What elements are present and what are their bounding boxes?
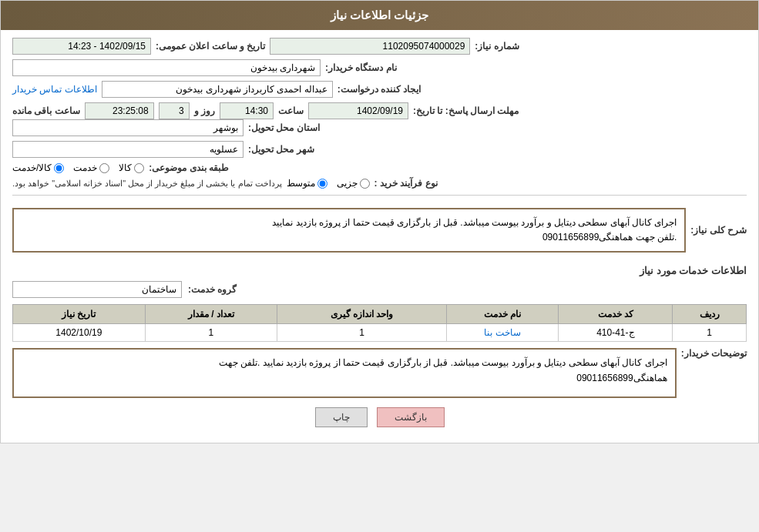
table-row: 1 ج-41-410 ساخت بنا 1 1 1402/10/19 [13,324,747,342]
col-header-name: نام خدمت [446,305,559,324]
divider-1 [12,195,747,196]
deadline-time-label: ساعت [278,105,304,116]
announce-date-input [12,38,151,55]
page-title: جزئیات اطلاعات نیاز [1,1,758,30]
desc-section-title: شرح کلی نیاز: [690,225,747,236]
category-radio-kala[interactable] [134,163,144,173]
deadline-day-label: روز و [194,105,215,116]
category-label: طبقه بندی موضوعی: [149,162,229,173]
cell-date: 1402/10/19 [13,324,146,342]
deadline-remain-time-input [85,102,154,119]
buyer-desc-row: توضیحات خریدار: اجرای کانال آبهای سطحی د… [12,348,747,398]
need-number-input[interactable] [270,38,470,55]
city-input [12,141,243,158]
process-note: پرداخت تمام یا بخشی از مبلغ خریدار از مح… [12,179,282,189]
province-label: استان محل تحویل: [248,122,320,133]
page-wrapper: جزئیات اطلاعات نیاز شماره نیاز: تاریخ و … [0,0,759,443]
category-radio-khedmat[interactable] [99,163,109,173]
city-row: شهر محل تحویل: [12,141,747,158]
category-radio-kala-khedmat[interactable] [54,163,64,173]
process-radio-jozi[interactable] [360,179,370,189]
category-option-2[interactable]: خدمت [73,162,109,173]
deadline-row: مهلت ارسال پاسخ: تا تاریخ: ساعت روز و سا… [12,102,747,119]
buyer-desc-text-2: هماهنگی09011656899 [576,373,667,383]
creator-label: ایجاد کننده درخواست: [338,84,421,95]
buyer-desc-box: اجرای کانال آبهای سطحی دیتایل و برآورد ب… [12,348,677,398]
category-option-1[interactable]: کالا [119,162,144,173]
services-table: ردیف کد خدمت نام خدمت واحد اندازه گیری ت… [12,304,747,342]
services-table-wrapper: ردیف کد خدمت نام خدمت واحد اندازه گیری ت… [12,304,747,342]
buttons-row: بازگشت چاپ [12,407,747,427]
col-header-rownum: ردیف [673,305,747,324]
services-section-title: اطلاعات خدمات مورد نیاز [12,265,747,276]
process-label-motavasset: متوسط [287,178,315,189]
buyer-name-row: نام دستگاه خریدار: [12,59,747,76]
process-option-1[interactable]: جزیی [337,178,370,189]
category-label-khedmat: خدمت [73,162,97,173]
category-label-kala-khedmat: کالا/خدمت [12,162,52,173]
deadline-time-input [220,102,274,119]
cell-code: ج-41-410 [559,324,673,342]
buyer-desc-text-1: اجرای کانال آبهای سطحی دیتایل و برآورد ب… [219,357,667,368]
need-number-row: شماره نیاز: تاریخ و ساعت اعلان عمومی: [12,38,747,55]
category-row: طبقه بندی موضوعی: کالا خدمت کالا/خدمت [12,162,747,173]
cell-qty: 1 [145,324,277,342]
col-header-unit: واحد اندازه گیری [277,305,447,324]
main-content: شماره نیاز: تاریخ و ساعت اعلان عمومی: نا… [1,30,758,443]
desc-section-row: شرح کلی نیاز: اجرای کانال آبهای سطحی دیت… [12,202,747,259]
print-button[interactable]: چاپ [315,407,368,427]
process-row: نوع فرآیند خرید : جزیی متوسط پرداخت تمام… [12,178,747,189]
buyer-name-label: نام دستگاه خریدار: [325,62,397,73]
cell-name[interactable]: ساخت بنا [446,324,559,342]
process-radio-group: جزیی متوسط [287,178,370,189]
deadline-days-input [159,102,190,119]
back-button[interactable]: بازگشت [377,407,445,427]
desc-text-2: .تلفن جهت هماهنگی09011656899 [542,232,677,243]
contact-link[interactable]: اطلاعات تماس خریدار [12,84,97,95]
category-radio-group: کالا خدمت کالا/خدمت [12,162,144,173]
announce-date-label: تاریخ و ساعت اعلان عمومی: [156,41,265,52]
cell-unit: 1 [277,324,447,342]
creator-row: ایجاد کننده درخواست: اطلاعات تماس خریدار [12,81,747,98]
process-label: نوع فرآیند خرید : [374,178,438,189]
deadline-date-input [308,102,408,119]
buyer-desc-label: توضیحات خریدار: [681,348,747,359]
col-header-qty: تعداد / مقدار [145,305,277,324]
process-label-jozi: جزیی [337,178,358,189]
desc-text-1: اجرای کانال آبهای سطحی دیتایل و برآورد ب… [272,217,677,228]
group-row: گروه خدمت: [12,281,747,298]
buyer-name-input [12,59,321,76]
province-row: استان محل تحویل: [12,119,747,136]
cell-rownum: 1 [673,324,747,342]
province-input [12,119,243,136]
need-number-label: شماره نیاز: [475,41,519,52]
category-label-kala: کالا [119,162,132,173]
col-header-date: تاریخ نیاز [13,305,146,324]
city-label: شهر محل تحویل: [248,144,314,155]
description-box: اجرای کانال آبهای سطحی دیتایل و برآورد ب… [12,208,686,253]
deadline-label: مهلت ارسال پاسخ: تا تاریخ: [413,105,519,116]
process-option-2[interactable]: متوسط [287,178,327,189]
process-radio-motavasset[interactable] [317,179,327,189]
creator-input [102,81,333,98]
group-label: گروه خدمت: [188,284,237,295]
category-option-3[interactable]: کالا/خدمت [12,162,64,173]
group-input [12,281,182,298]
col-header-code: کد خدمت [559,305,673,324]
deadline-remain-label: ساعت باقی مانده [12,105,80,116]
